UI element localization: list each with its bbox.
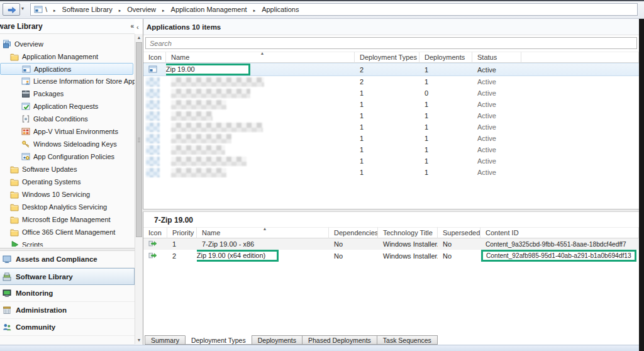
redacted-app-icon [146, 100, 160, 109]
breadcrumb-item-application-management[interactable]: Application Management [171, 6, 247, 13]
collapse-sidebar-icon[interactable]: « [130, 19, 134, 34]
overview-icon [3, 40, 11, 48]
annotation-highlight: 7-Zip 19.00 (x64 edition) [197, 250, 279, 262]
status-cell: Active [472, 76, 521, 87]
deployment-types-cell: 2 [355, 63, 419, 76]
deployment-types-cell: 1 [355, 167, 419, 178]
sidebar-item-microsoft-edge-management[interactable]: Microsoft Edge Management [0, 213, 135, 226]
deployment-types-cell: 1 [355, 144, 419, 155]
deployments-cell: 1 [419, 76, 472, 87]
workspace-button-software-library[interactable]: Software Library [0, 268, 135, 285]
sort-ascending-icon: ▲ [263, 227, 267, 231]
detail-column-header-superseded[interactable]: Superseded [438, 227, 480, 238]
content-id: Content_92afb985-95d1-40ab-a291-b1a0b694… [486, 252, 631, 259]
tab-phased-deployments[interactable]: Phased Deployments [302, 335, 377, 345]
screen-edge [639, 19, 644, 351]
redacted-app-name [171, 134, 231, 143]
sidebar-item-operating-systems[interactable]: Operating Systems [0, 176, 135, 188]
technology-title-cell: Windows Installer... [378, 250, 438, 262]
application-row[interactable]: 11Active [143, 144, 639, 155]
detail-column-header-name[interactable]: Name▲ [197, 227, 329, 238]
list-title: Applications [147, 23, 190, 31]
breadcrumb-bar: ▾ \▸Software Library▸Overview▸Applicatio… [0, 1, 644, 19]
sidebar-item-scripts[interactable]: Scripts [0, 238, 135, 247]
scroll-thumb[interactable] [136, 42, 142, 237]
deployment-types-cell: 1 [355, 121, 419, 133]
sidebar-item-license-information-for-store-apps[interactable]: License Information for Store Apps [0, 75, 135, 87]
history-dropdown-icon[interactable]: ▾ [21, 6, 24, 11]
detail-column-header-priority[interactable]: Priority [167, 227, 197, 238]
dependencies-cell: No [329, 238, 378, 250]
deployment-types-cell: 2 [355, 76, 419, 87]
forward-button[interactable] [3, 3, 20, 16]
detail-column-header-dependencies[interactable]: Dependencies [329, 227, 378, 238]
application-row[interactable]: 11Active [143, 121, 639, 133]
sidebar-item-office-365-client-management[interactable]: Office 365 Client Management [0, 226, 135, 238]
application-row[interactable]: 10Active [143, 87, 639, 99]
breadcrumb-item-applications[interactable]: Applications [262, 6, 299, 13]
breadcrumb-item-software-library[interactable]: Software Library [62, 6, 113, 13]
workspace-button-monitoring[interactable]: Monitoring [0, 285, 135, 302]
sidebar-item-application-management[interactable]: Application Management [0, 50, 135, 63]
tab-task-sequences[interactable]: Task Sequences [377, 335, 438, 345]
application-row[interactable]: 11Active [143, 155, 639, 167]
folder-icon [10, 215, 19, 224]
tab-summary[interactable]: Summary [145, 335, 186, 345]
application-row[interactable]: 11Active [143, 167, 639, 178]
sidebar-item-overview[interactable]: Overview [0, 38, 135, 50]
search-input[interactable] [145, 37, 637, 49]
scroll-down-icon[interactable]: ▼ [135, 337, 143, 344]
application-row[interactable]: 11Active [143, 110, 639, 121]
workspace-button-community[interactable]: Community [0, 319, 135, 336]
deployment-type-row[interactable]: 27-Zip 19.00 (x64 edition)NoWindows Inst… [143, 250, 639, 262]
detail-column-header-content-id[interactable]: Content ID [480, 227, 639, 238]
deployment-types-cell: 1 [355, 110, 419, 121]
priority-cell: 2 [167, 250, 197, 262]
deployment-type-row[interactable]: 17-Zip 19.00 - x86NoWindows Installer...… [143, 238, 639, 250]
sidebar-item-global-conditions[interactable]: Global Conditions [0, 113, 135, 125]
sidebar-item-windows-10-servicing[interactable]: Windows 10 Servicing [0, 188, 135, 201]
column-header-deployment-types[interactable]: Deployment Types [355, 52, 419, 63]
sidebar-scrollbar[interactable]: ▲ ▼ [135, 34, 143, 344]
sidebar-item-software-updates[interactable]: Software Updates [0, 163, 135, 176]
sidebar-item-label: Windows Sideloading Keys [33, 140, 117, 148]
detail-column-header-technology-title[interactable]: Technology Title [378, 227, 438, 238]
scripts-icon [10, 240, 19, 247]
application-row[interactable]: 11Active [143, 133, 639, 144]
sidebar-item-applications[interactable]: Applications [0, 63, 133, 75]
workspace-button-administration[interactable]: Administration [0, 302, 135, 319]
tab-deployment-types[interactable]: Deployment Types [185, 335, 252, 345]
application-row[interactable]: 11Active [143, 99, 639, 110]
sidebar-item-application-requests[interactable]: Application Requests [0, 100, 135, 113]
column-header-deployments[interactable]: Deployments [419, 52, 472, 63]
application-row[interactable]: 21Active [143, 76, 639, 87]
column-header-name[interactable]: Name▲ [166, 52, 355, 63]
sort-ascending-icon: ▲ [260, 52, 265, 55]
workspace-button-assets-and-compliance[interactable]: Assets and Compliance [0, 251, 135, 268]
tab-deployments[interactable]: Deployments [252, 335, 303, 345]
technology-title-cell: Windows Installer... [378, 238, 438, 250]
collapse-list-icon[interactable]: ‹ [136, 19, 139, 35]
status-cell: Active [472, 121, 521, 133]
list-item-count: 10 items [192, 23, 221, 31]
column-header-status[interactable]: Status [472, 52, 521, 63]
list-header: ‹ Applications 10 items [143, 19, 639, 35]
store-apps-icon [21, 77, 30, 86]
sidebar-item-app-configuration-policies[interactable]: App Configuration Policies [0, 150, 135, 163]
application-row[interactable]: 7-Zip 19.0021Active [143, 63, 639, 76]
sidebar-item-windows-sideloading-keys[interactable]: Windows Sideloading Keys [0, 138, 135, 150]
deployment-type-icon [148, 239, 157, 248]
sidebar-item-desktop-analytics-servicing[interactable]: Desktop Analytics Servicing [0, 201, 135, 213]
column-header-icon[interactable]: Icon [143, 52, 166, 63]
sidebar-item-label: Application Management [22, 53, 98, 60]
folder-icon [10, 190, 19, 199]
sidebar-item-app-v-virtual-environments[interactable]: App-V Virtual Environments [0, 125, 135, 138]
redacted-app-name [171, 145, 225, 155]
breadcrumb-item-root[interactable]: \ [45, 6, 47, 13]
sidebar-item-packages[interactable]: Packages [0, 87, 135, 100]
sidebar-item-label: Office 365 Client Management [22, 228, 115, 236]
detail-column-header-icon[interactable]: Icon [143, 227, 167, 238]
app-config-icon [21, 152, 30, 161]
breadcrumb-item-overview[interactable]: Overview [127, 6, 156, 13]
panel-splitter[interactable] [143, 209, 639, 212]
